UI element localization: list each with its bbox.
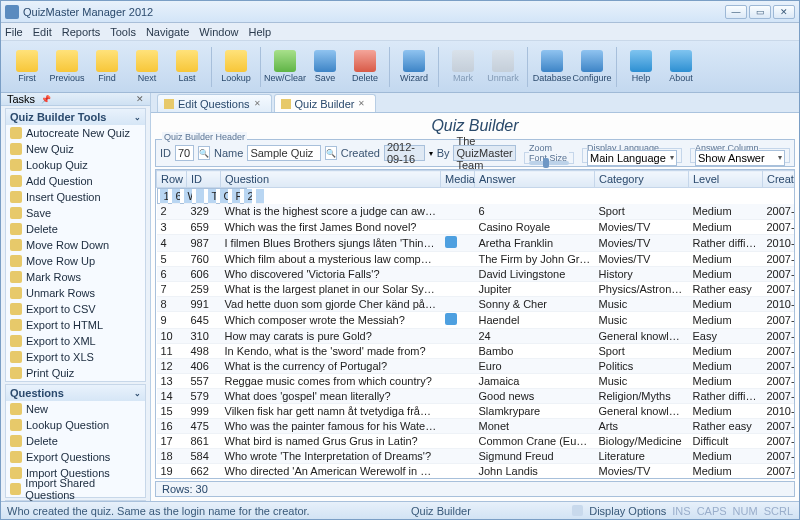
menu-navigate[interactable]: Navigate: [146, 26, 189, 38]
table-row[interactable]: 12406What is the currency of Portugal?Eu…: [157, 358, 796, 373]
database-button[interactable]: Database: [532, 44, 572, 90]
table-row[interactable]: 10310How may carats is pure Gold?24Gener…: [157, 328, 796, 343]
sidebar-item[interactable]: Export to HTML: [6, 317, 145, 333]
table-row[interactable]: 5760Which film about a mysterious law co…: [157, 251, 796, 266]
table-row[interactable]: 16475Who was the painter famous for his …: [157, 418, 796, 433]
last-button[interactable]: Last: [167, 44, 207, 90]
sidebar-item[interactable]: Import Shared Questions: [6, 481, 145, 497]
delete-button[interactable]: Delete: [345, 44, 385, 90]
sidebar-item[interactable]: Insert Question: [6, 189, 145, 205]
sidebar-item[interactable]: Unmark Rows: [6, 285, 145, 301]
table-row[interactable]: 1625Which canal links the Atlantic and P…: [157, 188, 247, 204]
sidebar-item[interactable]: Export to XML: [6, 333, 145, 349]
group-header[interactable]: Quiz Builder Tools⌄: [6, 109, 145, 125]
sidebar-item[interactable]: Autocreate New Quiz: [6, 125, 145, 141]
column-header[interactable]: Row: [157, 171, 187, 188]
table-row[interactable]: 13557Reggae music comes from which count…: [157, 373, 796, 388]
menu-reports[interactable]: Reports: [62, 26, 101, 38]
zoom-slider[interactable]: [529, 161, 569, 165]
sidebar-item[interactable]: Lookup Quiz: [6, 157, 145, 173]
save-icon: [314, 50, 336, 72]
table-row[interactable]: 2329What is the highest score a judge ca…: [157, 204, 796, 219]
menu-tools[interactable]: Tools: [110, 26, 136, 38]
created-field[interactable]: 2012-09-16: [384, 145, 425, 161]
sidebar-item[interactable]: Export Questions: [6, 449, 145, 465]
configure-button[interactable]: Configure: [572, 44, 612, 90]
pin-icon[interactable]: 📌: [41, 95, 51, 104]
save-button[interactable]: Save: [305, 44, 345, 90]
table-row[interactable]: 8991Vad hette duon som gjorde Cher känd …: [157, 296, 796, 311]
tab-edit-questions[interactable]: Edit Questions✕: [157, 94, 272, 112]
column-header[interactable]: Question: [221, 171, 441, 188]
column-header[interactable]: Category: [595, 171, 689, 188]
name-lookup-icon[interactable]: 🔍: [325, 146, 337, 160]
sidebar-item[interactable]: Print Quiz: [6, 365, 145, 381]
column-header[interactable]: ID: [187, 171, 221, 188]
table-row[interactable]: 4987I filmen Blues Brothers sjungs låten…: [157, 234, 796, 251]
sidebar-close-icon[interactable]: ✕: [136, 94, 144, 104]
menu-edit[interactable]: Edit: [33, 26, 52, 38]
close-button[interactable]: ✕: [773, 5, 795, 19]
sidebar-item[interactable]: Export to XLS: [6, 349, 145, 365]
table-row[interactable]: 6606Who discovered 'Victoria Falls'?Davi…: [157, 266, 796, 281]
sidebar-item[interactable]: New: [6, 401, 145, 417]
tab-quiz-builder[interactable]: Quiz Builder✕: [274, 94, 377, 112]
cell: Rather easy: [689, 281, 763, 296]
cell: 19: [157, 463, 187, 478]
sidebar-item[interactable]: Mark Rows: [6, 269, 145, 285]
lookup-button[interactable]: Lookup: [216, 44, 256, 90]
table-row[interactable]: 7259What is the largest planet in our So…: [157, 281, 796, 296]
newclear-button[interactable]: New/Clear: [265, 44, 305, 90]
cell: Sigmund Freud: [475, 448, 595, 463]
date-picker-icon[interactable]: ▾: [429, 149, 433, 158]
tab-close-icon[interactable]: ✕: [254, 99, 261, 108]
wizard-button[interactable]: Wizard: [394, 44, 434, 90]
sidebar-item[interactable]: Move Row Down: [6, 237, 145, 253]
sidebar-item[interactable]: Delete: [6, 221, 145, 237]
table-row[interactable]: 17861What bird is named Grus Grus in Lat…: [157, 433, 796, 448]
name-field[interactable]: Sample Quiz: [247, 145, 320, 161]
menu-window[interactable]: Window: [199, 26, 238, 38]
sidebar-item[interactable]: Move Row Up: [6, 253, 145, 269]
tab-close-icon[interactable]: ✕: [358, 99, 365, 108]
sidebar-item[interactable]: Lookup Question: [6, 417, 145, 433]
sidebar-item[interactable]: Export to CSV: [6, 301, 145, 317]
table-row[interactable]: 20464Who wrote the book Lord of the Flie…: [157, 478, 796, 479]
maximize-button[interactable]: ▭: [749, 5, 771, 19]
table-row[interactable]: 14579What does 'gospel' mean literally?G…: [157, 388, 796, 403]
status-segment[interactable]: Display Options: [589, 505, 666, 517]
display-options-icon[interactable]: [572, 505, 583, 516]
sidebar-item[interactable]: New Quiz: [6, 141, 145, 157]
sidebar-item[interactable]: Add Question: [6, 173, 145, 189]
id-lookup-icon[interactable]: 🔍: [198, 146, 210, 160]
sidebar-item[interactable]: Delete: [6, 433, 145, 449]
menu-help[interactable]: Help: [248, 26, 271, 38]
sidebar-item[interactable]: Save: [6, 205, 145, 221]
find-button[interactable]: Find: [87, 44, 127, 90]
group-header[interactable]: Questions⌄: [6, 385, 145, 401]
mark-icon: [452, 50, 474, 72]
id-field[interactable]: 70: [175, 145, 194, 161]
table-row[interactable]: 19662Who directed 'An American Werewolf …: [157, 463, 796, 478]
help-button[interactable]: Help: [621, 44, 661, 90]
minimize-button[interactable]: —: [725, 5, 747, 19]
column-header[interactable]: Media: [441, 171, 475, 188]
column-header[interactable]: Answer: [475, 171, 595, 188]
next-button[interactable]: Next: [127, 44, 167, 90]
data-grid[interactable]: RowIDQuestionMediaAnswerCategoryLevelCre…: [155, 169, 795, 479]
first-button[interactable]: First: [7, 44, 47, 90]
about-button[interactable]: About: [661, 44, 701, 90]
table-row[interactable]: 11498In Kendo, what is the 'sword' made …: [157, 343, 796, 358]
column-header[interactable]: Level: [689, 171, 763, 188]
menu-file[interactable]: File: [5, 26, 23, 38]
created-label: Created: [341, 147, 380, 159]
table-row[interactable]: 9645Which composer wrote the Messiah?Hae…: [157, 311, 796, 328]
language-select[interactable]: Main Language▾: [587, 150, 677, 166]
column-header[interactable]: Created: [763, 171, 796, 188]
cell: 1: [160, 189, 168, 204]
answer-select[interactable]: Show Answer▾: [695, 150, 785, 166]
previous-button[interactable]: Previous: [47, 44, 87, 90]
table-row[interactable]: 18584Who wrote 'The Interpretation of Dr…: [157, 448, 796, 463]
table-row[interactable]: 15999Vilken fisk har gett namn åt tvetyd…: [157, 403, 796, 418]
table-row[interactable]: 3659Which was the first James Bond novel…: [157, 219, 796, 234]
